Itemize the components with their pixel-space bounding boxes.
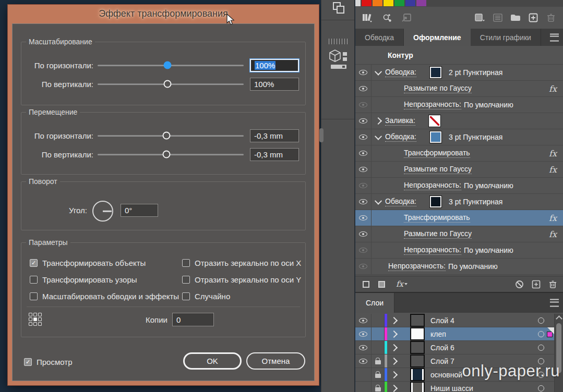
color-swatch[interactable] <box>416 0 426 6</box>
checkbox[interactable] <box>182 259 190 267</box>
appearance-item-label[interactable]: Трансформировать <box>404 213 470 223</box>
eye-cell[interactable] <box>355 382 372 392</box>
eye-cell[interactable] <box>355 145 372 161</box>
chevron-right-icon[interactable] <box>390 344 398 351</box>
value-field[interactable]: -0,3 mm <box>250 148 299 161</box>
none-fill-swatch[interactable] <box>429 115 440 127</box>
new-color-group-icon[interactable] <box>509 11 522 24</box>
lock-icon[interactable] <box>375 360 381 364</box>
slider-handle[interactable] <box>164 62 172 69</box>
lock-cell[interactable] <box>372 314 385 327</box>
layer-thumbnail[interactable] <box>410 354 425 368</box>
chevron-right-icon[interactable] <box>390 330 398 337</box>
visibility-eye-icon[interactable] <box>359 70 367 75</box>
visibility-eye-icon[interactable] <box>359 199 367 204</box>
target-circle-icon[interactable] <box>538 385 544 391</box>
ref-cell[interactable] <box>29 313 32 316</box>
ref-cell[interactable] <box>29 317 32 321</box>
appearance-item-label[interactable]: Обводка: <box>385 132 416 142</box>
layer-row[interactable]: Ниши шасси <box>355 382 563 392</box>
lock-cell[interactable] <box>372 382 385 392</box>
lock-icon[interactable] <box>375 374 381 378</box>
ref-cell[interactable] <box>33 313 37 316</box>
appearance-row[interactable]: Заливка: <box>355 113 563 129</box>
slider-handle[interactable] <box>162 132 170 140</box>
new-swatch-icon[interactable] <box>526 11 540 24</box>
color-themes-icon[interactable] <box>380 11 394 24</box>
layer-name[interactable]: Слой 4 <box>430 316 454 325</box>
slider-track[interactable] <box>98 154 244 155</box>
appearance-row[interactable]: Непрозрачность:По умолчанию <box>355 178 563 194</box>
appearance-item-label[interactable]: Непрозрачность: <box>404 246 461 255</box>
copies-field[interactable]: 0 <box>172 313 214 326</box>
add-effect-icon[interactable]: fx <box>393 278 411 290</box>
ref-cell[interactable] <box>38 322 42 326</box>
layer-name[interactable]: основной <box>430 371 462 379</box>
appearance-item-label[interactable]: Размытие по Гауссу <box>404 84 472 93</box>
visibility-eye-icon[interactable] <box>359 151 367 156</box>
layer-row[interactable]: Слой 6 <box>355 341 563 354</box>
appearance-item-label[interactable]: Трансформировать <box>404 149 470 158</box>
dock-scroll-handle[interactable] <box>319 128 324 142</box>
stroke-color-swatch[interactable] <box>430 131 441 143</box>
add-new-stroke-icon[interactable] <box>360 278 372 290</box>
chevron-down-icon[interactable] <box>375 68 382 76</box>
visibility-eye-icon[interactable] <box>359 86 367 91</box>
ref-cell[interactable] <box>38 317 42 321</box>
import-swatches-icon[interactable] <box>400 11 414 24</box>
slider-handle[interactable] <box>162 151 170 158</box>
clear-appearance-icon[interactable] <box>513 278 525 290</box>
layer-name[interactable]: клеп <box>430 330 446 338</box>
eye-cell[interactable] <box>355 81 372 96</box>
visibility-eye-icon[interactable] <box>359 118 367 124</box>
eye-cell[interactable] <box>355 226 372 242</box>
color-swatch[interactable] <box>405 0 415 6</box>
visibility-eye-icon[interactable] <box>359 359 367 364</box>
visibility-eye-icon[interactable] <box>359 318 367 323</box>
visibility-eye-icon[interactable] <box>359 183 367 188</box>
lock-cell[interactable] <box>372 327 385 340</box>
appearance-row[interactable]: Обводка:2 pt Пунктирная <box>355 65 563 81</box>
slider-track[interactable] <box>98 65 244 66</box>
appearance-item-label[interactable]: Размытие по Гауссу <box>404 229 472 239</box>
eye-cell[interactable] <box>355 178 372 193</box>
lock-cell[interactable] <box>372 341 385 354</box>
layer-name[interactable]: Слой 6 <box>430 344 454 352</box>
chevron-right-icon[interactable] <box>390 384 398 391</box>
delete-item-icon[interactable] <box>546 278 559 290</box>
value-field[interactable]: 100% <box>250 78 299 91</box>
lock-cell[interactable] <box>372 368 385 381</box>
angle-field[interactable]: 0° <box>121 204 158 217</box>
appearance-row[interactable]: Трансформироватьfx <box>355 145 563 162</box>
color-swatch[interactable] <box>355 0 361 6</box>
layer-row[interactable]: клеп <box>355 327 563 341</box>
checkbox[interactable] <box>182 292 190 300</box>
layer-row[interactable]: Слой 4 <box>355 314 563 327</box>
eye-cell[interactable] <box>355 65 372 80</box>
checkbox[interactable] <box>30 292 38 300</box>
delete-swatch-icon[interactable] <box>544 11 558 24</box>
artboards-panel-icon-overlay[interactable] <box>337 6 344 14</box>
eye-cell[interactable] <box>355 341 372 354</box>
layers-panel-menu-icon[interactable] <box>550 299 559 307</box>
stroke-color-swatch[interactable] <box>430 67 441 78</box>
visibility-eye-icon[interactable] <box>359 248 367 253</box>
eye-cell[interactable] <box>355 242 372 258</box>
appearance-item-label[interactable]: Обводка: <box>385 68 416 77</box>
slider-track[interactable] <box>98 83 244 85</box>
eye-cell[interactable] <box>355 259 372 274</box>
appearance-row[interactable]: Обводка:3 pt Пунктирная <box>355 129 563 145</box>
appearance-item-label[interactable]: Непрозрачность: <box>404 100 461 109</box>
slider-track[interactable] <box>98 135 244 137</box>
appearance-row[interactable]: Непрозрачность:По умолчанию <box>355 97 563 113</box>
eye-cell[interactable] <box>355 194 372 210</box>
eye-cell[interactable] <box>355 210 372 226</box>
eye-cell[interactable] <box>355 368 372 381</box>
visibility-eye-icon[interactable] <box>359 264 367 269</box>
eye-cell[interactable] <box>355 354 372 368</box>
angle-dial[interactable] <box>92 201 113 222</box>
appearance-item-label[interactable]: Непрозрачность: <box>404 181 461 190</box>
color-swatch[interactable] <box>362 0 372 6</box>
preview-checkbox[interactable]: ✓ <box>24 358 32 366</box>
tab-обводка[interactable]: Обводка <box>355 29 404 46</box>
